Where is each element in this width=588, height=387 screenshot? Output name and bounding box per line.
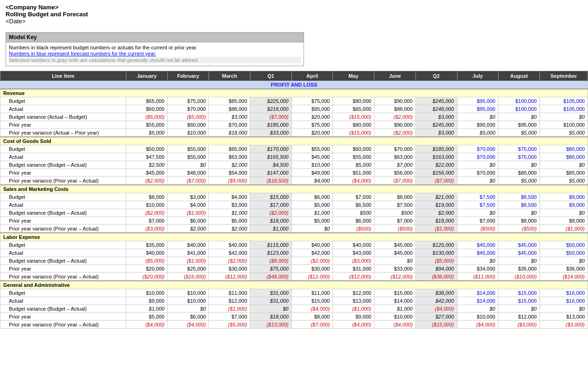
table-row: Actual$60,000$70,000$88,000$218,000$95,0… [0, 105, 588, 113]
pl-header-row: PROFIT AND LOSS [0, 81, 588, 89]
table-row: Actual$47,500$55,000$63,000$165,500$45,0… [0, 153, 588, 161]
section-header-row: Cost of Goods Sold [0, 137, 588, 145]
section-header-row: Revenue [0, 89, 588, 97]
table-row: Budget variance (Budget – Actual)($5,000… [0, 257, 588, 265]
col-header-sep: September [540, 71, 588, 81]
table-row: Prior year variance (Prior year – Actual… [0, 273, 588, 281]
model-key-line2: Numbers in blue represent forecast numbe… [9, 51, 301, 56]
table-header-row: Line Item January February March Q1 Apri… [0, 71, 588, 81]
model-key-box: Model Key Numbers in black represent bud… [6, 32, 304, 66]
table-row: Prior year variance (Prior year – Actual… [0, 225, 588, 233]
table-row: Prior year variance (Prior year – Actual… [0, 177, 588, 185]
col-header-q2: Q2 [415, 71, 457, 81]
table-row: Actual$9,000$10,000$12,000$31,000$15,000… [0, 297, 588, 305]
table-row: Budget$50,000$55,000$65,000$170,000$55,0… [0, 145, 588, 153]
col-header-may: May [333, 71, 374, 81]
model-key-header: Model Key [6, 33, 304, 42]
section-header-row: Sales and Marketing Costs [0, 185, 588, 193]
col-header-jun: June [374, 71, 416, 81]
col-header-mar: March [209, 71, 250, 81]
table-row: Actual$40,000$41,000$42,000$123,000$42,0… [0, 249, 588, 257]
table-row: Prior year$20,000$25,000$30,000$75,000$3… [0, 265, 588, 273]
section-header-row: General and Administrative [0, 281, 588, 289]
table-row: Budget variance (Budget – Actual)$2,500$… [0, 161, 588, 169]
col-header-apr: April [291, 71, 333, 81]
table-row: Budget$10,000$10,000$11,000$31,000$11,00… [0, 289, 588, 297]
table-row: Budget variance (Budget – Actual)($2,000… [0, 209, 588, 217]
model-key-line3-text: Italicized numbers in gray cells are cal… [9, 57, 301, 63]
table-row: Actual$10,000$4,000$3,000$17,000$5,000$6… [0, 201, 588, 209]
table-row: Prior year$7,000$6,000$5,000$18,000$5,00… [0, 217, 588, 225]
table-row: Budget$8,000$3,000$4,000$15,000$6,000$7,… [0, 193, 588, 201]
col-header-jul: July [457, 71, 498, 81]
company-name: <Company Name> [6, 4, 582, 11]
col-header-aug: August [498, 71, 540, 81]
table-row: Prior year$45,000$48,000$54,000$147,000$… [0, 169, 588, 177]
table-row: Budget$65,000$75,000$85,000$225,000$75,0… [0, 97, 588, 105]
col-header-q1: Q1 [250, 71, 292, 81]
model-key-line2-text: Numbers in blue represent forecast numbe… [9, 51, 156, 56]
table-row: Prior year$5,000$6,000$7,000$18,000$8,00… [0, 313, 588, 321]
table-row: Prior year variance (Actual – Prior year… [0, 129, 588, 137]
budget-table: Line Item January February March Q1 Apri… [0, 71, 588, 329]
col-header-feb: February [167, 71, 209, 81]
col-header-jan: January [126, 71, 168, 81]
model-key-line1: Numbers in black represent budget number… [9, 45, 301, 50]
model-key-line3: Italicized numbers in gray cells are cal… [9, 57, 301, 63]
model-key-body: Numbers in black represent budget number… [6, 42, 304, 66]
header: <Company Name> Rolling Budget and Foreca… [0, 0, 588, 28]
table-row: Prior year variance (Prior year – Actual… [0, 321, 588, 329]
table-row: Budget variance (Budget – Actual)$1,000$… [0, 305, 588, 313]
table-row: Prior year$55,000$60,000$70,000$185,000$… [0, 121, 588, 129]
table-row: Budget$35,000$40,000$40,000$115,000$40,0… [0, 241, 588, 249]
report-title: Rolling Budget and Forecast [6, 11, 582, 18]
col-header-lineitem: Line Item [0, 71, 126, 81]
report-date: <Date> [6, 18, 582, 25]
section-header-row: Labor Expense [0, 233, 588, 241]
table-row: Budget variance (Actual – Budget)($5,000… [0, 113, 588, 121]
budget-table-container: Line Item January February March Q1 Apri… [0, 71, 588, 329]
